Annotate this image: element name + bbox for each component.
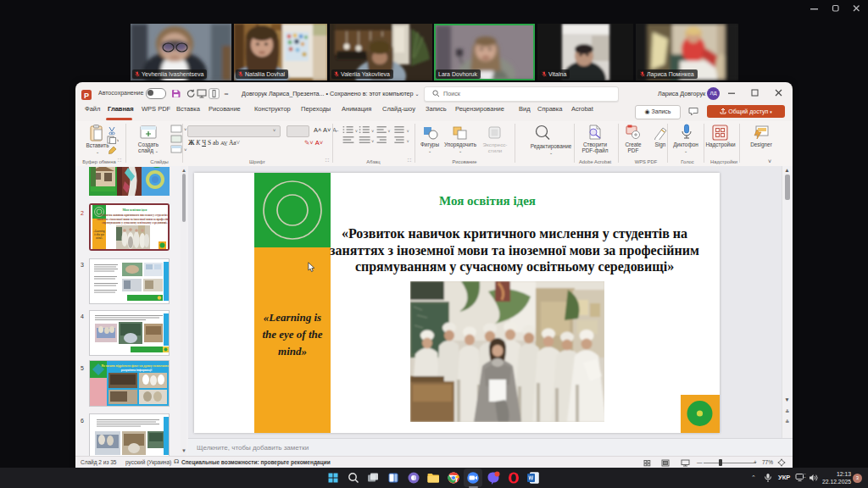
svg-text:спрямуванням у сучасному освіт: спрямуванням у сучасному освітньому сере… <box>102 221 168 225</box>
svg-text:⁐: ⁐ <box>803 474 807 478</box>
svg-text:˅: ˅ <box>371 130 374 134</box>
svg-text:˅: ˅ <box>387 130 390 134</box>
svg-text:заняттях з іноземної мови та і: заняттях з іноземної мови та іноземної м… <box>97 218 168 221</box>
svg-text:˅: ˅ <box>355 130 358 134</box>
svg-text:«Розвиток навичок критичного м: «Розвиток навичок критичного мислення у … <box>99 214 168 217</box>
svg-text:Моя освітия ідея: Моя освітия ідея <box>123 208 147 212</box>
svg-text:˅: ˅ <box>371 140 374 144</box>
svg-text:˅: ˅ <box>117 138 120 143</box>
svg-text:P: P <box>84 92 89 100</box>
svg-text:˅: ˅ <box>184 147 187 152</box>
svg-text:mind»: mind» <box>96 236 103 240</box>
svg-text:розуміння інформації: розуміння інформації <box>121 369 153 372</box>
svg-text:˅: ˅ <box>407 130 409 134</box>
svg-text:Як можна відрізнити факт чи ду: Як можна відрізнити факт чи думку помилк… <box>102 364 169 368</box>
svg-text:˅: ˅ <box>407 140 409 144</box>
